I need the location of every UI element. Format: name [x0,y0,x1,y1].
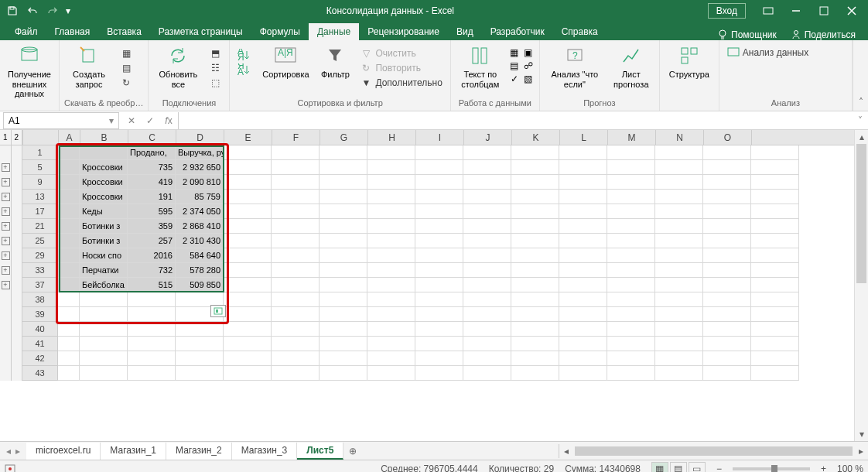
cell[interactable] [703,248,751,263]
cell[interactable] [655,248,703,263]
cell[interactable] [655,175,703,190]
cell[interactable]: 359 [128,219,176,234]
cell[interactable] [655,307,703,322]
cell[interactable] [58,160,80,175]
cell[interactable] [415,204,463,219]
cell[interactable] [607,292,655,307]
qat-customize-icon[interactable]: ▾ [63,2,73,20]
cell[interactable] [751,351,799,366]
cell[interactable] [751,234,799,248]
cell[interactable] [703,351,751,366]
sort-az-button[interactable]: AЯ [234,48,255,62]
ribbon-display-icon[interactable] [755,2,781,20]
cell[interactable] [559,351,607,366]
row-header[interactable]: 25 [22,234,58,248]
cell[interactable] [607,145,655,160]
cell[interactable] [320,292,367,307]
outline-button[interactable]: Структура [665,43,714,80]
forecast-sheet-button[interactable]: Лист прогноза [608,43,654,89]
cell[interactable] [58,263,80,278]
row-header[interactable]: 39 [22,307,58,322]
sheet-tab[interactable]: Магазин_3 [232,443,298,460]
cell[interactable] [272,366,320,381]
outline-expand-icon[interactable]: + [2,163,10,172]
cell[interactable] [511,351,559,366]
table-row[interactable]: 38 [0,292,854,307]
cell[interactable] [703,263,751,278]
cell[interactable]: 191 [128,190,176,204]
from-table-button[interactable]: ▤ [117,61,135,75]
cell[interactable] [58,234,80,248]
cell[interactable] [367,307,415,322]
cell[interactable] [272,278,320,292]
cell[interactable] [607,322,655,337]
cell[interactable] [80,145,128,160]
cell[interactable]: Кеды [80,204,128,219]
cell[interactable] [176,351,224,366]
cell[interactable] [320,322,367,337]
outline-level-2[interactable]: 2 [12,130,23,145]
cell[interactable]: 2 310 430 [176,234,224,248]
cell[interactable] [463,263,511,278]
expand-formula-bar-icon[interactable]: ˅ [853,115,868,126]
cell[interactable] [58,219,80,234]
sheet-tab[interactable]: Магазин_1 [101,443,166,460]
cell[interactable] [272,190,320,204]
cell[interactable] [272,219,320,234]
advanced-filter-button[interactable]: ▼Дополнительно [357,76,445,90]
cell[interactable] [80,322,128,337]
cell[interactable] [272,234,320,248]
cell[interactable]: Носки спо [80,248,128,263]
cell[interactable] [224,160,272,175]
cell[interactable] [511,190,559,204]
cell[interactable] [655,190,703,204]
cell[interactable] [607,307,655,322]
cell[interactable] [80,351,128,366]
cell[interactable] [655,219,703,234]
row-header[interactable]: 41 [22,337,58,351]
cell[interactable] [415,278,463,292]
cell[interactable] [320,307,367,322]
cell[interactable] [703,366,751,381]
cell[interactable] [511,160,559,175]
cell[interactable] [607,219,655,234]
scroll-down-icon[interactable]: ▾ [855,427,868,441]
cell[interactable] [128,292,176,307]
row-header[interactable]: 40 [22,322,58,337]
text-to-columns-button[interactable]: Текст по столбцам [456,43,505,89]
table-row[interactable]: +33Перчатки732578 280 [0,263,854,278]
cell[interactable] [415,322,463,337]
cell[interactable] [703,175,751,190]
cell[interactable] [320,337,367,351]
row-header[interactable]: 33 [22,263,58,278]
cell[interactable] [224,278,272,292]
edit-links-small-button[interactable]: ⬚ [206,76,224,90]
view-page-break-icon[interactable]: ▭ [689,462,706,473]
cell[interactable] [80,292,128,307]
cell[interactable] [655,337,703,351]
cell[interactable] [751,263,799,278]
column-headers[interactable]: A B C D E F G H I J K L M N O [59,130,854,145]
tab-nav-first-icon[interactable]: ◂ [6,446,11,457]
cell[interactable] [559,175,607,190]
view-normal-icon[interactable]: ▦ [651,462,668,473]
row-header[interactable]: 38 [22,292,58,307]
cell[interactable] [80,337,128,351]
connections-small-button[interactable]: ⬒ [206,46,224,60]
cell[interactable] [655,204,703,219]
cell[interactable]: Продано, [128,145,176,160]
cell[interactable] [607,351,655,366]
cell[interactable] [320,219,367,234]
scroll-right-icon[interactable]: ▸ [854,446,868,457]
cell[interactable] [415,248,463,263]
cell[interactable]: Кроссовки [80,160,128,175]
show-queries-button[interactable]: ▦ [117,46,135,60]
cell[interactable]: Ботинки з [80,219,128,234]
cell[interactable] [272,145,320,160]
cell[interactable] [655,292,703,307]
table-row[interactable]: +9Кроссовки4192 090 810 [0,175,854,190]
cell[interactable] [655,263,703,278]
consolidate-icon[interactable]: ▣ [522,46,535,59]
cell[interactable] [607,337,655,351]
cell[interactable] [367,351,415,366]
